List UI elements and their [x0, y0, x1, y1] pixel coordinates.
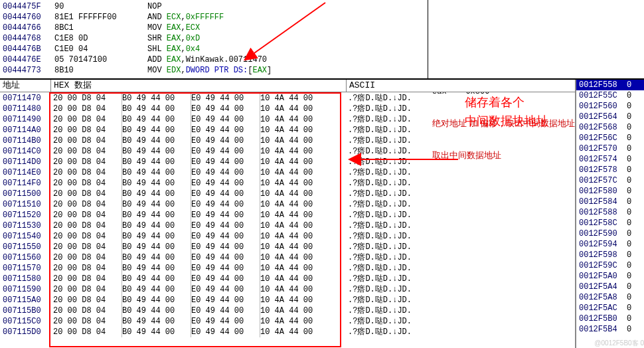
bottom-pane: 地址 HEX 数据 ASCII 0071147020 00 D8 04 B0 4…	[0, 80, 644, 348]
disasm-listing[interactable]: 0044475F90NOP0044476081E1 FFFFFF00AND EC…	[0, 0, 428, 78]
stack-row[interactable]: 0012F590 0	[576, 228, 644, 239]
stack-row[interactable]: 0012F5B0 0	[576, 313, 644, 324]
stack-row[interactable]: 0012F574 0	[576, 154, 644, 165]
stack-row[interactable]: 0012F5A8 0	[576, 292, 644, 303]
disasm-row[interactable]: 00444768C1E8 0DSHR EAX,0xD	[3, 33, 428, 44]
stack-row[interactable]: 0012F56C 0	[576, 133, 644, 143]
disasm-row[interactable]: 004447738B10MOV EDX,DWORD PTR DS:[EAX]	[3, 65, 428, 76]
stack-row[interactable]: 0012F558 0	[576, 80, 644, 90]
dump-row[interactable]: 0071151020 00 D8 04 B0 49 44 00 E0 49 44…	[0, 199, 575, 210]
stack-row[interactable]: 0012F55C 0	[576, 90, 644, 101]
disasm-pane: 0044475F90NOP0044476081E1 FFFFFF00AND EC…	[0, 0, 644, 80]
dump-row[interactable]: 0071153020 00 D8 04 B0 49 44 00 E0 49 44…	[0, 220, 575, 231]
dump-row[interactable]: 007115C020 00 D8 04 B0 49 44 00 E0 49 44…	[0, 316, 575, 327]
disasm-row[interactable]: 0044476081E1 FFFFFF00AND ECX,0xFFFFFF	[3, 12, 428, 23]
stack-row[interactable]: 0012F568 0	[576, 122, 644, 133]
watermark: @0012F5B0客 0	[594, 339, 644, 348]
dump-row[interactable]: 0071150020 00 D8 04 B0 49 44 00 E0 49 44…	[0, 189, 575, 199]
disasm-row[interactable]: 004447668BC1MOV EAX,ECX	[3, 23, 428, 33]
stack-row[interactable]: 0012F5B4 0	[576, 324, 644, 335]
hdr-addr: 地址	[0, 80, 51, 92]
dump-row[interactable]: 007114E020 00 D8 04 B0 49 44 00 E0 49 44…	[0, 167, 575, 178]
dump-row[interactable]: 007114C020 00 D8 04 B0 49 44 00 E0 49 44…	[0, 146, 575, 157]
dump-row[interactable]: 007114D020 00 D8 04 B0 49 44 00 E0 49 44…	[0, 157, 575, 167]
stack-row[interactable]: 0012F580 0	[576, 186, 644, 197]
stack-row[interactable]: 0012F584 0	[576, 197, 644, 207]
stack-row[interactable]: 0012F5A4 0	[576, 282, 644, 292]
hdr-hex: HEX 数据	[51, 80, 347, 92]
stack-row[interactable]: 0012F59C 0	[576, 260, 644, 271]
dump-row[interactable]: 0071157020 00 D8 04 B0 49 44 00 E0 49 44…	[0, 263, 575, 274]
disasm-row[interactable]: 0044476E05 70147100ADD EAX,WinKawak.0071…	[3, 54, 428, 65]
stack-row[interactable]: 0012F58C 0	[576, 218, 644, 228]
disasm-row[interactable]: 0044475F90NOP	[3, 1, 428, 12]
dump-row[interactable]: 0071154020 00 D8 04 B0 49 44 00 E0 49 44…	[0, 231, 575, 242]
disasm-row[interactable]: 0044476BC1E0 04SHL EAX,0x4	[3, 44, 428, 54]
stack-row[interactable]: 0012F598 0	[576, 250, 644, 260]
stack-row[interactable]: 0012F564 0	[576, 112, 644, 122]
stack-row[interactable]: 0012F588 0	[576, 207, 644, 218]
dump-row[interactable]: 0071156020 00 D8 04 B0 49 44 00 E0 49 44…	[0, 252, 575, 263]
stack-row[interactable]: 0012F5AC 0	[576, 303, 644, 313]
annotation-text: 储存着各个 中间数据块地址	[465, 93, 548, 130]
dump-row[interactable]: 007114B020 00 D8 04 B0 49 44 00 E0 49 44…	[0, 135, 575, 146]
stack-row[interactable]: 0012F57C 0	[576, 175, 644, 186]
dump-row[interactable]: 0071155020 00 D8 04 B0 49 44 00 E0 49 44…	[0, 242, 575, 252]
stack-pane[interactable]: 0012F558 00012F55C 00012F560 00012F564 0…	[576, 80, 644, 348]
stack-row[interactable]: 0012F560 0	[576, 101, 644, 112]
stack-row[interactable]: 0012F570 0	[576, 143, 644, 154]
stack-row[interactable]: 0012F594 0	[576, 239, 644, 250]
stack-row[interactable]: 0012F578 0	[576, 165, 644, 175]
register-info: eax == 0x800 绝对地址 加 偏移，取出中间数据地址 取出中间数据地址	[428, 0, 644, 78]
dump-row[interactable]: 0071152020 00 D8 04 B0 49 44 00 E0 49 44…	[0, 210, 575, 220]
hdr-ascii: ASCII	[347, 80, 375, 92]
hexdump-pane[interactable]: 地址 HEX 数据 ASCII 0071147020 00 D8 04 B0 4…	[0, 80, 576, 348]
hexdump-headers: 地址 HEX 数据 ASCII	[0, 80, 575, 92]
stack-row[interactable]: 0012F5A0 0	[576, 271, 644, 282]
dump-row[interactable]: 007115B020 00 D8 04 B0 49 44 00 E0 49 44…	[0, 305, 575, 316]
dump-row[interactable]: 007114F020 00 D8 04 B0 49 44 00 E0 49 44…	[0, 178, 575, 189]
dump-row[interactable]: 0071158020 00 D8 04 B0 49 44 00 E0 49 44…	[0, 274, 575, 284]
dump-row[interactable]: 007115A020 00 D8 04 B0 49 44 00 E0 49 44…	[0, 295, 575, 305]
dump-row[interactable]: 007115D020 00 D8 04 B0 49 44 00 E0 49 44…	[0, 327, 575, 337]
dump-row[interactable]: 0071159020 00 D8 04 B0 49 44 00 E0 49 44…	[0, 284, 575, 295]
